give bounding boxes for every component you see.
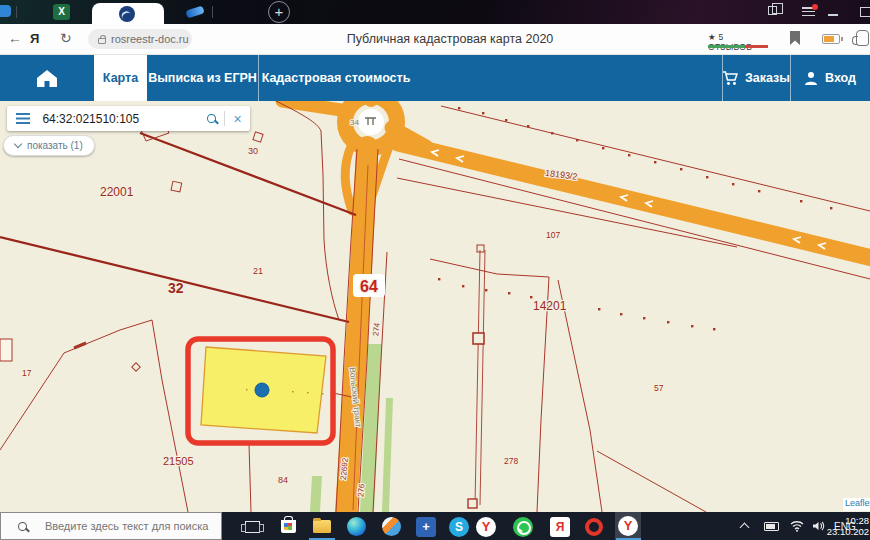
active-tab[interactable] (92, 3, 164, 24)
blue-app-button[interactable]: + (413, 516, 439, 537)
rating-bar (708, 45, 768, 48)
back-button[interactable]: ← (8, 30, 22, 46)
tray-chevron[interactable] (741, 512, 748, 540)
paint-icon (382, 517, 401, 536)
edge-icon (347, 517, 366, 536)
ya-browser2-button[interactable]: Я (547, 516, 573, 537)
parcel-label: 57 (654, 383, 664, 393)
browser-tab-strip: X + (0, 0, 870, 24)
other-tab-icon[interactable] (185, 5, 205, 18)
lock-icon (98, 38, 106, 44)
cadastral-map[interactable]: 30 22001 21 32 17 21505 84 64 274 Вольск… (0, 101, 870, 512)
tab-separator (16, 6, 17, 18)
pole-line-parcel (475, 250, 485, 505)
browser-toolbar: ← Я ↻ rosreestr-doc.ru Публичная кадастр… (0, 24, 870, 55)
tray-battery[interactable] (764, 512, 779, 540)
taskbar-search-input[interactable] (43, 519, 221, 533)
opera-button[interactable] (581, 516, 607, 537)
user-icon (804, 71, 818, 85)
parcel-label: 17 (22, 368, 32, 378)
parcel-boundaries (0, 101, 870, 512)
refresh-button[interactable]: ↻ (60, 30, 72, 46)
parcel-label: 30 (248, 146, 258, 156)
task-view-button[interactable] (239, 516, 265, 537)
whatsapp-button[interactable] (510, 516, 536, 537)
tab-separator (212, 6, 213, 18)
search-icon (18, 522, 27, 531)
maximize-button[interactable] (860, 7, 870, 17)
battery-icon (764, 522, 779, 531)
show-results-button[interactable]: показать (1) (3, 135, 95, 156)
orders-button[interactable]: Заказы (722, 55, 790, 101)
parcel-label: 32 (168, 280, 184, 296)
parcel-marker[interactable] (255, 383, 269, 397)
yandex-browser-button[interactable]: Y (615, 512, 641, 540)
excel-tab-icon[interactable]: X (53, 4, 70, 20)
minimize-button[interactable] (828, 14, 838, 16)
cadastral-search-input[interactable] (40, 111, 199, 127)
blue-app-icon: + (416, 517, 436, 537)
clear-search-button[interactable]: × (225, 111, 250, 127)
yandex-logo[interactable]: Я (30, 31, 39, 46)
reviews-badge[interactable]: ★ 5 отзывов (708, 32, 770, 52)
tray-volume[interactable] (812, 512, 825, 540)
taskbar-search[interactable] (0, 512, 222, 540)
tray-clock[interactable]: 10:28 23.10.202 (825, 515, 869, 537)
url-text: rosreestr-doc.ru (111, 33, 189, 45)
new-tab-button[interactable]: + (268, 1, 290, 23)
yandex-app-button[interactable]: Y (473, 516, 499, 537)
chevron-down-icon (14, 140, 22, 148)
protect-icon[interactable] (856, 30, 869, 46)
menu-icon[interactable] (16, 113, 30, 115)
parcel-label: 22001 (100, 185, 134, 199)
login-button[interactable]: Вход (790, 55, 870, 101)
parcel-label: 14201 (533, 299, 567, 313)
home-button[interactable] (0, 55, 94, 101)
selected-parcel[interactable] (188, 339, 333, 443)
home-icon (35, 68, 59, 88)
battery-saver-icon[interactable] (822, 34, 840, 44)
roundabout-label: 34 (350, 118, 359, 127)
site-navbar: Карта Выписка из ЕГРН Кадастровая стоимо… (0, 55, 870, 101)
parcel-label: 84 (278, 475, 288, 485)
file-explorer-button[interactable] (309, 516, 335, 537)
task-view-icon (245, 521, 260, 533)
yandex-icon: Y (476, 517, 496, 537)
nav-tab-egrn[interactable]: Выписка из ЕГРН (147, 55, 258, 101)
skype-icon: S (449, 517, 469, 537)
store-icon (281, 520, 296, 533)
skype-button[interactable]: S (446, 516, 472, 537)
address-bar[interactable]: rosreestr-doc.ru (88, 29, 192, 49)
search-icon[interactable] (207, 114, 216, 123)
opera-icon (585, 518, 603, 536)
ms-store-button[interactable] (275, 516, 301, 537)
chevron-up-icon (740, 523, 750, 533)
bookmark-icon[interactable] (790, 31, 800, 45)
folder-icon (313, 520, 331, 533)
parcel-label: 21505 (163, 455, 194, 467)
tab-groups-icon[interactable] (768, 6, 777, 15)
wifi-icon (790, 520, 804, 532)
whatsapp-icon (513, 517, 533, 537)
paint-app-button[interactable] (378, 516, 404, 537)
parcel-label: 274 (371, 322, 381, 337)
page-title: Публичная кадастровая карта 2020 (250, 32, 650, 46)
nav-tab-map[interactable]: Карта (94, 55, 147, 101)
active-app-underline (616, 538, 641, 540)
parcel-label: 278 (504, 456, 518, 466)
tray-network[interactable] (790, 512, 804, 540)
active-app-underline (309, 538, 335, 540)
pinned-tab-icon[interactable] (0, 5, 11, 17)
edge-button[interactable] (343, 516, 369, 537)
ya-browser2-icon: Я (550, 517, 570, 537)
map-attribution[interactable]: Leaflet (843, 498, 870, 511)
clock-date: 23.10.202 (825, 526, 869, 537)
site-favicon (119, 6, 135, 22)
speaker-icon (812, 520, 825, 532)
nav-tab-cost[interactable]: Кадастровая стоимость (258, 55, 414, 101)
highway (398, 143, 870, 258)
notification-dot (812, 4, 818, 10)
cadastral-search-panel: × (7, 106, 250, 131)
parcel-label: 276 (356, 483, 366, 498)
map-canvas[interactable]: 30 22001 21 32 17 21505 84 64 274 Вольск… (0, 101, 870, 512)
